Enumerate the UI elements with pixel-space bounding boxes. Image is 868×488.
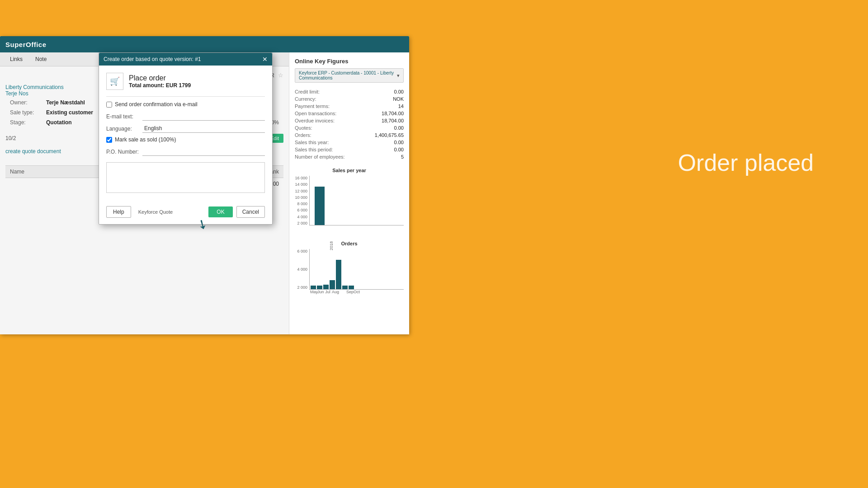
okf-field-label: Payment terms: [295,103,330,109]
total-amount-value: EUR 1799 [166,82,191,89]
sales-chart: Sales per year 16 000 14 000 12 000 10 0… [295,168,404,230]
okf-title: Online Key Figures [295,58,404,65]
okf-data-row: Open transactions:18,704.00 [295,110,404,117]
dialog-body: 🛒 Place order Total amount: EUR 1799 Sen… [99,66,272,202]
help-button[interactable]: Help [106,206,131,218]
dialog-title: Create order based on quote version: #1 [104,56,201,62]
orders-bar-may [311,286,316,289]
orders-bar-aug1 [330,280,335,289]
okf-field-value: 0.00 [394,140,404,145]
email-confirmation-row[interactable]: Send order confirmation via e-mail [106,101,265,108]
sales-chart-title: Sales per year [295,168,404,173]
dialog-titlebar: Create order based on quote version: #1 … [99,53,272,66]
total-amount-row: Total amount: EUR 1799 [129,82,191,89]
orders-chart-title: Orders [295,241,404,246]
email-confirmation-label[interactable]: Send order confirmation via e-mail [115,101,198,108]
orders-chart-area [309,249,404,290]
language-label: Language: [106,126,142,132]
app-logo: SuperOffice [5,41,47,48]
po-number-row: P.O. Number: [106,147,265,156]
okf-field-label: Overdue invoices: [295,118,335,123]
okf-field-label: Number of employees: [295,154,345,160]
titlebar: SuperOffice [0,36,409,52]
okf-field-label: Currency: [295,96,316,102]
orders-bar-jul [323,285,329,289]
okf-data-row: Credit limit:0.00 [295,88,404,95]
star-icon: ☆ [278,72,283,79]
okf-field-value: NOK [393,96,404,102]
okf-data-row: Orders:1,400,675.65 [295,131,404,139]
place-order-title: Place order [129,74,191,82]
create-order-dialog: Create order based on quote version: #1 … [99,52,273,225]
language-input[interactable] [142,124,265,133]
okf-field-label: Open transactions: [295,111,336,116]
dialog-close-button[interactable]: ✕ [262,56,268,62]
sale-type-value: Existing customer [46,109,93,116]
sale-type-label: Sale type: [10,109,46,116]
okf-selector[interactable]: Keyforce ERP - Customerdata - 10001 - Li… [295,68,404,83]
date-value: 10/2 [5,135,16,141]
mark-sale-checkbox[interactable] [106,137,112,143]
keyforce-quote-label: Keyforce Quote [138,209,173,215]
email-confirmation-checkbox[interactable] [106,102,112,108]
total-amount-label: Total amount: [129,82,164,89]
okf-data-row: Quotes:0.00 [295,124,404,131]
mark-sale-label[interactable]: Mark sale as sold (100%) [115,136,176,143]
sales-bar-2018 [315,187,325,225]
dialog-divider [106,96,265,97]
place-order-header: 🛒 Place order Total amount: EUR 1799 [106,73,265,90]
chevron-down-icon: ▾ [397,73,400,79]
note-textarea[interactable] [106,162,265,193]
okf-field-label: Credit limit: [295,89,320,94]
okf-field-value: 14 [398,103,404,109]
orders-bar-jun [317,286,322,289]
cancel-button[interactable]: Cancel [236,206,265,218]
tab-note[interactable]: Note [29,52,53,66]
okf-field-value: 0.00 [394,89,404,94]
okf-field-label: Quotes: [295,125,312,131]
email-text-label: E-mail text: [106,113,142,120]
dialog-footer: Help Keyforce Quote OK Cancel [99,202,272,224]
okf-field-value: 0.00 [394,147,404,152]
order-placed-text: Order placed [678,149,814,176]
orders-y-axis: 6 000 4 000 2 000 [295,249,309,290]
cart-icon: 🛒 [106,73,123,90]
okf-field-value: 0.00 [394,125,404,131]
okf-selector-text: Keyforce ERP - Customerdata - 10001 - Li… [299,70,397,80]
okf-field-value: 5 [401,154,404,160]
orders-bar-aug2 [336,260,341,289]
email-text-row: E-mail text: [106,112,265,121]
owner-label: Owner: [10,99,46,106]
okf-field-value: 1,400,675.65 [375,132,404,138]
owner-value: Terje Næstdahl [46,99,85,106]
email-text-input[interactable] [142,112,265,121]
right-panel: Online Key Figures Keyforce ERP - Custom… [289,52,409,334]
okf-data-row: Sales this period:0.00 [295,146,404,153]
mark-sale-row[interactable]: Mark sale as sold (100%) [106,136,265,143]
okf-field-label: Sales this year: [295,140,329,145]
orders-bar-sep [342,286,348,289]
orders-chart: Orders 6 000 4 000 2 000 [295,241,404,294]
stage-label: Stage: [10,119,46,126]
okf-data-row: Sales this year:0.00 [295,139,404,146]
okf-field-label: Sales this period: [295,147,333,152]
tab-links[interactable]: Links [4,52,29,66]
okf-data-row: Payment terms:14 [295,103,404,110]
place-order-info: Place order Total amount: EUR 1799 [129,74,191,89]
po-number-label: P.O. Number: [106,149,142,155]
orders-bar-oct [349,286,354,289]
okf-data-row: Currency:NOK [295,95,404,103]
sales-y-axis: 16 000 14 000 12 000 10 000 8 000 6 000 … [295,176,309,225]
po-number-input[interactable] [142,147,265,156]
okf-data-row: Overdue invoices:18,704.00 [295,117,404,124]
stage-value: Quotation [46,119,72,126]
ok-button[interactable]: OK [208,206,232,217]
okf-field-value: 18,704.00 [382,118,404,123]
okf-field-label: Orders: [295,132,311,138]
language-row: Language: [106,124,265,133]
orders-x-labels: May Jun Jul Aug Sep Oct [295,290,404,294]
okf-data: Credit limit:0.00Currency:NOKPayment ter… [295,88,404,160]
create-quote-link[interactable]: create quote document [5,148,61,155]
okf-field-value: 18,704.00 [382,111,404,116]
okf-data-row: Number of employees:5 [295,153,404,160]
